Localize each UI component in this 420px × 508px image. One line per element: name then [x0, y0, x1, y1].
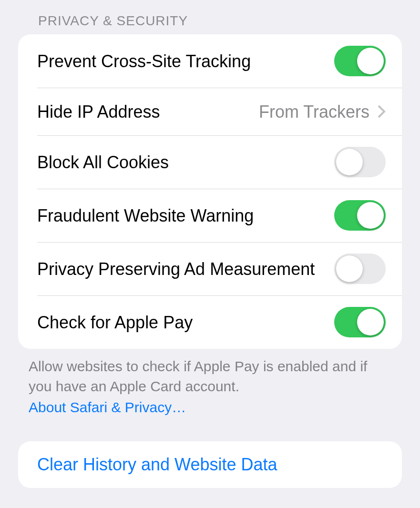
toggle-privacy-preserving-ad-measurement[interactable]	[334, 254, 386, 284]
row-privacy-preserving-ad-measurement[interactable]: Privacy Preserving Ad Measurement	[18, 242, 402, 295]
label-prevent-cross-site-tracking: Prevent Cross-Site Tracking	[37, 51, 334, 72]
privacy-security-group: Prevent Cross-Site Tracking Hide IP Addr…	[18, 34, 402, 349]
about-safari-privacy-link[interactable]: About Safari & Privacy…	[29, 397, 391, 417]
toggle-prevent-cross-site-tracking[interactable]	[334, 46, 386, 76]
label-hide-ip-address: Hide IP Address	[37, 101, 259, 122]
toggle-block-all-cookies[interactable]	[334, 147, 386, 177]
label-privacy-preserving-ad-measurement: Privacy Preserving Ad Measurement	[37, 258, 334, 280]
clear-history-button[interactable]: Clear History and Website Data	[18, 441, 402, 488]
value-hide-ip-address: From Trackers	[259, 101, 369, 122]
row-block-all-cookies[interactable]: Block All Cookies	[18, 135, 402, 189]
row-hide-ip-address[interactable]: Hide IP Address From Trackers	[18, 88, 402, 135]
section-footer: Allow websites to check if Apple Pay is …	[0, 349, 420, 417]
footer-text: Allow websites to check if Apple Pay is …	[29, 358, 367, 394]
label-fraudulent-website-warning: Fraudulent Website Warning	[37, 205, 334, 226]
row-check-for-apple-pay[interactable]: Check for Apple Pay	[18, 295, 402, 349]
toggle-check-for-apple-pay[interactable]	[334, 307, 386, 337]
section-header: PRIVACY & SECURITY	[0, 0, 420, 34]
toggle-fraudulent-website-warning[interactable]	[334, 200, 386, 231]
label-block-all-cookies: Block All Cookies	[37, 152, 334, 173]
row-prevent-cross-site-tracking[interactable]: Prevent Cross-Site Tracking	[18, 34, 402, 88]
chevron-right-icon	[377, 104, 386, 119]
label-check-for-apple-pay: Check for Apple Pay	[37, 312, 334, 333]
clear-history-group: Clear History and Website Data	[18, 441, 402, 488]
row-fraudulent-website-warning[interactable]: Fraudulent Website Warning	[18, 189, 402, 242]
